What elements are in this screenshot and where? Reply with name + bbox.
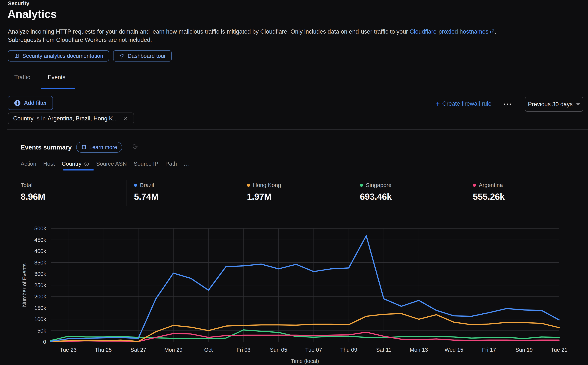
svg-text:Sun 05: Sun 05 (270, 347, 287, 353)
svg-text:Fri 03: Fri 03 (237, 347, 250, 353)
stat-singapore-value: 693.46k (360, 191, 465, 202)
dashboard-tour-button[interactable]: Dashboard tour (113, 50, 171, 62)
events-chart[interactable]: 050k100k150k200k250k300k350k400k450k500k… (0, 223, 588, 365)
stat-argentina[interactable]: Argentina 555.26k (465, 180, 578, 206)
security-analytics-documentation-button[interactable]: Security analytics documentation (8, 50, 109, 62)
svg-text:Sat 27: Sat 27 (130, 347, 146, 353)
active-dimension-underline (63, 169, 94, 170)
dashboard-tour-label: Dashboard tour (128, 53, 166, 59)
stat-hong-kong-label: Hong Kong (253, 182, 281, 188)
svg-text:Thu 25: Thu 25 (95, 347, 112, 353)
country-filter-chip[interactable]: Country is in Argentina, Brazil, Hong K.… (8, 112, 134, 124)
events-summary-title: Events summary (21, 144, 72, 151)
plus-icon: + (436, 101, 440, 106)
events-chart-svg[interactable]: 050k100k150k200k250k300k350k400k450k500k… (0, 223, 588, 365)
header-buttons: Security analytics documentation Dashboa… (8, 50, 172, 62)
svg-text:50k: 50k (37, 328, 46, 334)
svg-text:Mon 29: Mon 29 (164, 347, 183, 353)
page-title: Analytics (7, 7, 57, 21)
proxied-hostnames-link[interactable]: Cloudflare-proxied hostnames (410, 28, 495, 35)
date-range-label: Previous 30 days (528, 101, 573, 108)
stat-total: Total 8.96M (21, 180, 126, 206)
stat-brazil-value: 5.74M (134, 191, 239, 202)
filter-section-divider (7, 129, 588, 130)
svg-text:Tue 07: Tue 07 (305, 347, 322, 353)
filter-chip-field: Country (13, 115, 34, 122)
add-filter-button[interactable]: Add filter (8, 96, 53, 110)
pie-chart-icon[interactable] (132, 143, 138, 149)
book-icon (14, 53, 20, 59)
svg-text:350k: 350k (34, 260, 46, 266)
x-axis-title: Time (local) (291, 358, 319, 364)
close-icon[interactable] (123, 116, 129, 121)
more-options-button[interactable]: ••• (503, 101, 512, 107)
svg-text:Tue 23: Tue 23 (60, 347, 77, 353)
svg-text:250k: 250k (34, 282, 46, 288)
breadcrumb[interactable]: Security (8, 0, 29, 7)
svg-text:Tue 21: Tue 21 (551, 347, 567, 353)
series-line-brazil (51, 236, 559, 341)
stat-total-value: 8.96M (21, 191, 126, 202)
plus-circle-icon (14, 100, 21, 106)
svg-text:Thu 09: Thu 09 (340, 347, 357, 353)
filter-chip-operator: is in (35, 115, 46, 122)
stat-brazil-label: Brazil (140, 182, 154, 188)
tabs-bottom-border (7, 89, 588, 89)
dimension-tab-country-label: Country (62, 161, 81, 167)
chevron-down-icon (576, 103, 580, 105)
brazil-legend-dot (134, 184, 137, 187)
svg-text:Mon 13: Mon 13 (410, 347, 428, 353)
svg-text:Fri 17: Fri 17 (482, 347, 496, 353)
security-analytics-documentation-label: Security analytics documentation (22, 53, 103, 59)
proxied-hostnames-link-label: Cloudflare-proxied hostnames (410, 28, 488, 35)
svg-text:Sat 11: Sat 11 (376, 347, 392, 353)
svg-text:0: 0 (43, 339, 46, 345)
learn-more-label: Learn more (89, 144, 117, 150)
info-icon[interactable] (84, 161, 89, 166)
create-firewall-rule-button[interactable]: + Create firewall rule (436, 100, 492, 107)
create-firewall-rule-label: Create firewall rule (442, 100, 492, 107)
svg-text:500k: 500k (34, 225, 46, 232)
svg-text:Wed 15: Wed 15 (445, 347, 463, 353)
stat-argentina-value: 555.26k (473, 191, 578, 202)
svg-text:Sun 19: Sun 19 (515, 347, 533, 353)
argentina-legend-dot (473, 184, 476, 187)
svg-text:200k: 200k (34, 294, 46, 300)
learn-more-button[interactable]: Learn more (76, 142, 122, 153)
lightbulb-icon (119, 53, 125, 59)
tab-events[interactable]: Events (48, 74, 65, 81)
tab-traffic[interactable]: Traffic (14, 74, 30, 81)
svg-text:450k: 450k (34, 237, 46, 243)
y-axis-title: Number of Events (21, 263, 27, 307)
dimension-tab-path[interactable]: Path (165, 161, 177, 167)
dimension-tab-host[interactable]: Host (43, 161, 55, 167)
stat-argentina-label: Argentina (479, 182, 503, 188)
hong-kong-legend-dot (247, 184, 250, 187)
description-period: . (495, 28, 496, 35)
dimension-tab-country[interactable]: Country (62, 161, 89, 167)
filter-chip-value: Argentina, Brazil, Hong K... (48, 115, 118, 122)
stat-singapore-label: Singapore (366, 182, 392, 188)
dimension-tabs-more-button[interactable]: ... (184, 161, 190, 167)
svg-text:Oct: Oct (204, 347, 213, 353)
svg-text:400k: 400k (34, 248, 46, 254)
description-text-2: Subrequests from Cloudflare Workers are … (8, 36, 573, 44)
stat-hong-kong-value: 1.97M (247, 191, 352, 202)
stats-row: Total 8.96M Brazil 5.74M Hong Kong 1.97M… (21, 180, 578, 206)
stat-total-label: Total (21, 182, 32, 188)
svg-text:300k: 300k (34, 271, 46, 277)
add-filter-label: Add filter (24, 100, 47, 106)
stat-brazil[interactable]: Brazil 5.74M (126, 180, 239, 206)
dimension-tab-action[interactable]: Action (21, 161, 36, 167)
stat-hong-kong[interactable]: Hong Kong 1.97M (239, 180, 352, 206)
description-text-1: Analyze incoming HTTP requests for your … (8, 28, 410, 35)
dimension-tab-source-ip[interactable]: Source IP (134, 161, 159, 167)
dimension-tab-source-asn[interactable]: Source ASN (96, 161, 127, 167)
svg-text:100k: 100k (34, 316, 46, 322)
date-range-dropdown[interactable]: Previous 30 days (525, 97, 583, 112)
dimension-tabs: Action Host Country Source ASN Source IP… (21, 161, 190, 167)
singapore-legend-dot (360, 184, 363, 187)
page-description: Analyze incoming HTTP requests for your … (8, 27, 573, 44)
svg-text:150k: 150k (34, 305, 46, 311)
stat-singapore[interactable]: Singapore 693.46k (352, 180, 465, 206)
